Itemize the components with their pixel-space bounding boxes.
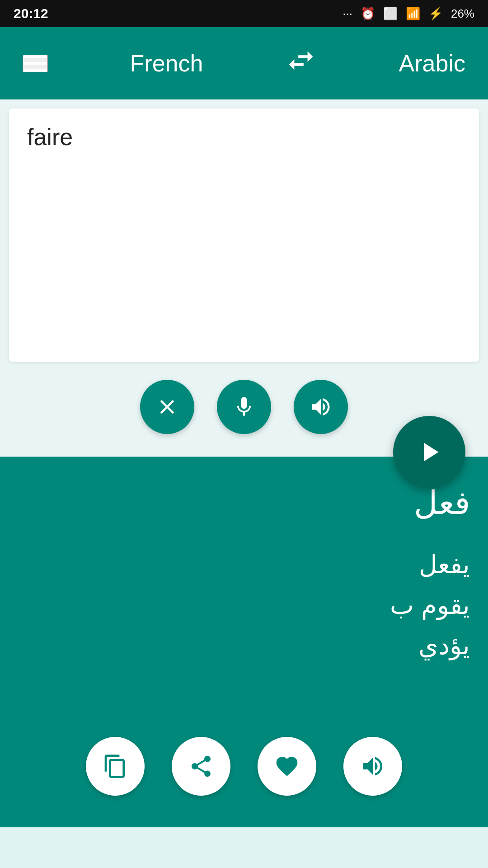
menu-button[interactable]	[23, 55, 48, 72]
result-actions	[18, 714, 470, 809]
input-actions	[9, 362, 479, 448]
speaker-translation-icon	[360, 754, 385, 779]
clear-icon	[155, 395, 179, 419]
copy-icon	[103, 754, 128, 779]
clear-button[interactable]	[140, 380, 194, 434]
sim-icon: ⬜	[383, 7, 398, 21]
speak-translation-button[interactable]	[343, 737, 402, 796]
favorite-button[interactable]	[258, 737, 316, 796]
heart-icon	[274, 754, 300, 779]
status-icons: ··· ⏰ ⬜ 📶 ⚡ 26%	[343, 7, 474, 21]
input-wrapper: faire	[0, 99, 488, 457]
speak-source-button[interactable]	[294, 380, 348, 434]
input-section: faire	[0, 99, 488, 457]
signal-icon: 📶	[406, 7, 420, 21]
microphone-icon	[232, 395, 256, 419]
alarm-icon: ⏰	[361, 7, 375, 21]
status-time: 20:12	[14, 6, 48, 21]
translate-button[interactable]	[393, 416, 465, 488]
translate-arrow-icon	[413, 436, 445, 468]
share-button[interactable]	[172, 737, 230, 796]
source-text-input[interactable]: faire	[27, 122, 461, 303]
swap-languages-icon[interactable]	[285, 45, 317, 82]
source-language[interactable]: French	[130, 50, 203, 77]
battery-text: 26%	[451, 7, 474, 21]
target-language[interactable]: Arabic	[399, 50, 465, 77]
microphone-button[interactable]	[217, 380, 271, 434]
result-text-container: فعل يفعل يقوم ب يؤدي	[18, 484, 470, 714]
status-bar: 20:12 ··· ⏰ ⬜ 📶 ⚡ 26%	[0, 0, 488, 27]
speaker-icon	[309, 395, 333, 419]
top-nav: French Arabic	[0, 27, 488, 99]
copy-button[interactable]	[86, 737, 145, 796]
input-card: faire	[9, 108, 479, 362]
bolt-icon: ⚡	[428, 7, 443, 21]
result-section: فعل يفعل يقوم ب يؤدي	[0, 457, 488, 827]
dots-icon: ···	[343, 7, 352, 21]
share-icon	[188, 754, 214, 779]
alternative-translations: يفعل يقوم ب يؤدي	[390, 544, 470, 666]
main-translation: فعل	[414, 484, 470, 522]
